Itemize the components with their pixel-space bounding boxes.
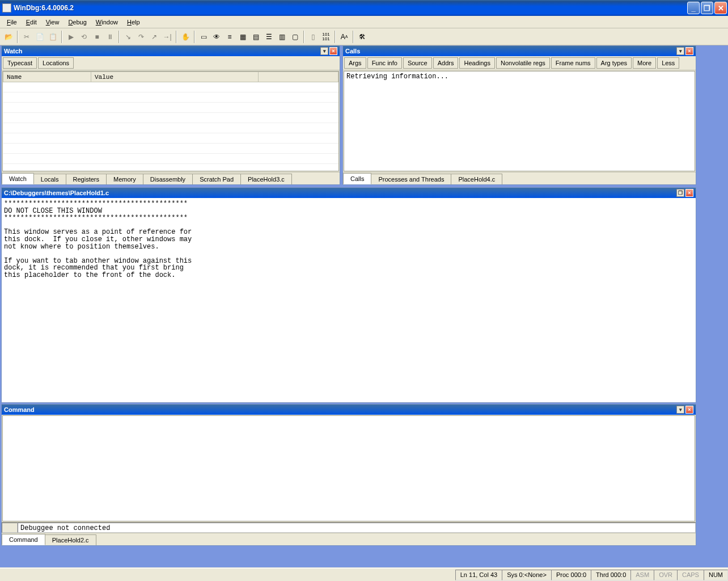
cut-icon[interactable]: ✂ (20, 31, 33, 43)
calls-panel-close-icon[interactable]: × (685, 47, 693, 55)
go-icon[interactable]: ▶ (65, 31, 77, 43)
args-button[interactable]: Args (344, 57, 366, 69)
options-icon[interactable]: 🛠 (356, 31, 369, 43)
watch-window-icon[interactable]: 👁 (210, 31, 223, 43)
calls-panel-opts-icon[interactable]: ▾ (676, 47, 684, 55)
tab-registers[interactable]: Registers (66, 174, 107, 184)
window-title: WinDbg:6.4.0006.2 (14, 4, 687, 12)
watch-panel-opts-icon[interactable]: ▾ (320, 47, 328, 55)
watch-panel-close-icon[interactable]: × (329, 47, 337, 55)
disasm-window-icon[interactable]: ▥ (276, 31, 288, 43)
run-to-cursor-icon[interactable]: →| (161, 31, 173, 43)
menu-edit[interactable]: Edit (22, 18, 41, 27)
watch-tabs: Watch Locals Registers Memory Disassembl… (2, 172, 340, 184)
copy-icon[interactable]: 📄 (33, 31, 46, 43)
restart-icon[interactable]: ⟲ (78, 31, 90, 43)
watch-col-extra[interactable] (259, 72, 338, 82)
menu-file[interactable]: File (2, 18, 22, 27)
source-mode-icon[interactable]: ▯ (307, 31, 319, 43)
watch-col-value[interactable]: Value (91, 72, 259, 82)
paste-icon[interactable]: 📋 (46, 31, 59, 43)
font-icon[interactable]: AA (338, 31, 350, 43)
binary-icon[interactable]: 101101 (320, 31, 332, 43)
minimize-button[interactable]: _ (687, 2, 700, 14)
tab-watch[interactable]: Watch (2, 173, 34, 184)
tab-command[interactable]: Command (2, 534, 45, 545)
watch-col-name[interactable]: Name (3, 72, 91, 82)
less-button[interactable]: Less (657, 57, 679, 69)
status-num: NUM (704, 570, 728, 580)
break-icon[interactable]: ⏸ (104, 31, 116, 43)
close-button[interactable]: ✕ (714, 2, 727, 14)
locals-window-icon[interactable]: ≡ (223, 31, 236, 43)
nonvolatile-regs-button[interactable]: Nonvolatile regs (496, 57, 550, 69)
tab-placehold4[interactable]: PlaceHold4.c (451, 174, 502, 184)
command-output[interactable] (2, 415, 695, 521)
typecast-button[interactable]: Typecast (3, 57, 37, 69)
tab-placehold3[interactable]: PlaceHold3.c (240, 174, 292, 184)
tab-memory[interactable]: Memory (106, 174, 143, 184)
headings-button[interactable]: Headings (459, 57, 494, 69)
scratch-window-icon[interactable]: ▢ (289, 31, 301, 43)
menu-window[interactable]: Window (91, 18, 122, 27)
command-window-icon[interactable]: ▭ (197, 31, 210, 43)
command-panel-close-icon[interactable]: × (685, 406, 693, 414)
calls-window-icon[interactable]: ☰ (263, 31, 275, 43)
status-sys: Sys 0:<None> (502, 570, 552, 580)
table-row[interactable] (3, 133, 338, 144)
table-row[interactable] (3, 82, 338, 92)
calls-panel: Calls ▾ × Args Func info Source Addrs He… (342, 45, 696, 185)
toolbar: 📂 ✂ 📄 📋 ▶ ⟲ ■ ⏸ ↘ ↷ ↗ →| ✋ ▭ 👁 ≡ ▦ ▤ ☰ ▥… (0, 28, 728, 45)
source-panel-close-icon[interactable]: × (685, 189, 693, 197)
workspace: Watch ▾ × Typecast Locations Name Value (0, 45, 728, 567)
table-row[interactable] (3, 92, 338, 103)
more-button[interactable]: More (633, 57, 656, 69)
tab-locals[interactable]: Locals (33, 174, 66, 184)
menu-view[interactable]: View (41, 18, 64, 27)
step-into-icon[interactable]: ↘ (122, 31, 134, 43)
menu-debug[interactable]: Debug (64, 18, 91, 27)
command-prompt-box (2, 523, 18, 533)
func-info-button[interactable]: Func info (367, 57, 402, 69)
table-row[interactable] (3, 154, 338, 164)
command-panel-title[interactable]: Command ▾ × (2, 405, 696, 415)
step-out-icon[interactable]: ↗ (148, 31, 160, 43)
status-ln-col: Ln 11, Col 43 (455, 570, 502, 580)
menu-bar: File Edit View Debug Window Help (0, 16, 728, 28)
table-row[interactable] (3, 113, 338, 123)
tab-processes-threads[interactable]: Processes and Threads (371, 174, 451, 184)
menu-help[interactable]: Help (122, 18, 145, 27)
status-proc: Proc 000:0 (551, 570, 591, 580)
open-icon[interactable]: 📂 (2, 31, 15, 43)
table-row[interactable] (3, 144, 338, 154)
frame-nums-button[interactable]: Frame nums (551, 57, 595, 69)
breakpoint-icon[interactable]: ✋ (179, 31, 192, 43)
source-panel-title[interactable]: C:\Debuggers\themes\PlaceHold1.c ❐ × (2, 188, 696, 198)
calls-content: Retrieving information... (344, 71, 695, 82)
watch-body[interactable]: Name Value (2, 71, 339, 171)
table-row[interactable] (3, 103, 338, 113)
command-input-row: Debuggee not connected (2, 522, 696, 533)
command-input[interactable]: Debuggee not connected (18, 523, 696, 533)
calls-body[interactable]: Retrieving information... (344, 71, 695, 171)
tab-placehold2[interactable]: PlaceHold2.c (45, 534, 96, 545)
locations-button[interactable]: Locations (38, 57, 74, 69)
registers-window-icon[interactable]: ▦ (236, 31, 249, 43)
stop-icon[interactable]: ■ (91, 31, 103, 43)
tab-disassembly[interactable]: Disassembly (143, 174, 193, 184)
addrs-button[interactable]: Addrs (433, 57, 459, 69)
command-tabs: Command PlaceHold2.c (2, 533, 696, 545)
source-panel-restore-icon[interactable]: ❐ (676, 189, 684, 197)
command-panel-opts-icon[interactable]: ▾ (676, 406, 684, 414)
step-over-icon[interactable]: ↷ (135, 31, 147, 43)
source-body[interactable]: ****************************************… (2, 198, 696, 402)
tab-calls[interactable]: Calls (343, 173, 371, 184)
watch-panel-title[interactable]: Watch ▾ × (2, 46, 340, 56)
memory-window-icon[interactable]: ▤ (249, 31, 262, 43)
source-button[interactable]: Source (403, 57, 432, 69)
table-row[interactable] (3, 123, 338, 133)
calls-panel-title[interactable]: Calls ▾ × (343, 46, 696, 56)
tab-scratch-pad[interactable]: Scratch Pad (192, 174, 241, 184)
maximize-button[interactable]: ❐ (701, 2, 713, 14)
arg-types-button[interactable]: Arg types (596, 57, 632, 69)
